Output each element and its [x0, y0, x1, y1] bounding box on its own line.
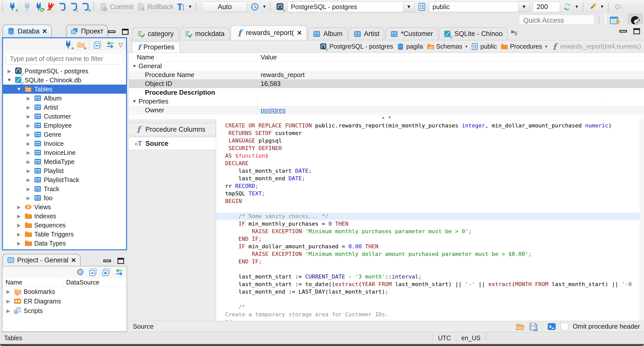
tree-item[interactable]: ▶Sequences	[3, 221, 126, 230]
expander-collapsed-icon[interactable]: ▶	[25, 123, 32, 128]
rollback-button[interactable]: Rollback	[147, 3, 174, 11]
tab-overflow[interactable]: »5	[511, 28, 517, 37]
expander-collapsed-icon[interactable]: ▶	[16, 231, 22, 237]
sql-editor-icon[interactable]	[58, 3, 66, 11]
editor-tab[interactable]: Album	[308, 27, 347, 40]
toolbar-drag-handle[interactable]	[93, 3, 95, 11]
commit-button[interactable]: Commit	[110, 3, 133, 11]
sash-down-icon[interactable]: ▼	[388, 115, 391, 119]
transaction-mode-icon[interactable]	[177, 3, 185, 11]
subtab-source[interactable]: ‹›TSource	[129, 137, 216, 150]
expander-collapsed-icon[interactable]: ▶	[16, 222, 22, 228]
disconnect-icon[interactable]	[46, 3, 55, 11]
expander-collapsed-icon[interactable]: ▶	[25, 114, 32, 119]
breadcrumb-item[interactable]: public	[471, 43, 497, 50]
editor-tab[interactable]: mockdata	[180, 27, 229, 40]
tab-properties[interactable]: f Properties	[132, 42, 180, 53]
expander-expanded-icon[interactable]: ▼	[16, 86, 22, 92]
property-row[interactable]: Procedure Namerewards_report	[129, 71, 644, 79]
new-sql-editor-icon[interactable]: →	[69, 3, 78, 11]
tree-item[interactable]: ▶Indexes	[3, 212, 126, 221]
toolbar-drag-handle[interactable]	[2, 3, 5, 11]
expander-collapsed-icon[interactable]: ▶	[25, 150, 32, 156]
chevron-down-icon[interactable]: ▼	[600, 4, 604, 9]
list-item[interactable]: ▶Scripts	[3, 306, 127, 316]
toolbar-drag-handle[interactable]	[608, 3, 610, 11]
chevron-down-icon[interactable]: ▾	[545, 44, 547, 49]
new-folder-icon[interactable]: +	[76, 41, 85, 49]
tree-item[interactable]: ▼✓SQLite - Chinook.db	[3, 76, 126, 85]
expander-collapsed-icon[interactable]: ▶	[25, 195, 32, 201]
maximize-icon[interactable]	[633, 28, 640, 34]
refresh-sync-icon[interactable]	[563, 3, 572, 11]
minimize-icon[interactable]	[619, 30, 627, 32]
editor-tab[interactable]: *Customer	[385, 27, 438, 40]
list-item[interactable]: ▶ER Diagrams	[3, 296, 127, 306]
tree-item[interactable]: ▶foo	[3, 193, 126, 202]
new-connection-icon[interactable]: +	[64, 41, 72, 49]
expander-collapsed-icon[interactable]: ▶	[5, 289, 12, 295]
auto-commit-button[interactable]: Auto	[202, 2, 248, 12]
subtab-procedure-columns[interactable]: fProcedure Columns	[129, 123, 216, 136]
column-name[interactable]: Name	[129, 53, 257, 61]
breadcrumb-item[interactable]: Procedures▾	[500, 43, 547, 50]
locale-indicator[interactable]: en_US	[456, 332, 486, 344]
column-datasource[interactable]: DataSource	[64, 278, 104, 287]
close-icon[interactable]: ✕	[71, 257, 76, 263]
split-sash[interactable]: ▲ ▼	[129, 115, 644, 119]
new-connection-icon[interactable]: +	[8, 3, 17, 11]
breadcrumb-item[interactable]: frewards_report(int4,numeric)	[551, 43, 641, 50]
expand-all-icon[interactable]	[102, 268, 110, 276]
expander-collapsed-icon[interactable]: ▶	[25, 168, 32, 174]
expander-collapsed-icon[interactable]: ▶	[25, 177, 32, 183]
toolbar-drag-handle[interactable]	[270, 3, 272, 11]
breadcrumb-item[interactable]: ✓PostgreSQL - postgres	[320, 43, 393, 50]
chevron-down-icon[interactable]: ▼	[188, 4, 192, 9]
maximize-icon[interactable]	[117, 258, 124, 264]
tree-item[interactable]: ▶Track	[3, 184, 126, 193]
scrollbar[interactable]	[640, 119, 644, 321]
minimize-icon[interactable]	[108, 30, 115, 33]
load-from-file-icon[interactable]	[515, 322, 524, 331]
tree-item[interactable]: ▶PlaylistTrack	[3, 175, 126, 184]
list-item[interactable]: ▶★Bookmarks	[3, 287, 127, 296]
expander-expanded-icon[interactable]: ▼	[6, 77, 13, 83]
close-icon[interactable]: ✕	[297, 29, 302, 37]
source-code-editor[interactable]: CREATE OR REPLACE FUNCTION public.reward…	[216, 119, 644, 321]
tree-item[interactable]: ▶Employee	[3, 121, 126, 130]
toolbar-drag-handle[interactable]	[582, 3, 585, 11]
tab-projects[interactable]: Проект	[66, 25, 108, 37]
tree-item[interactable]: ▶Table Triggers	[3, 230, 126, 239]
property-row[interactable]: Object ID16,583	[129, 79, 644, 88]
timezone-indicator[interactable]: UTC	[433, 332, 456, 344]
tree-item[interactable]: ▶Invoice	[3, 139, 126, 148]
expander-collapsed-icon[interactable]: ▶	[5, 298, 12, 304]
property-group-row[interactable]: ▼General	[129, 62, 644, 71]
link-with-editor-icon[interactable]	[115, 268, 124, 276]
tree-item[interactable]: ▶Artist	[3, 103, 126, 112]
tab-project-general[interactable]: Project - General ✕	[3, 254, 81, 266]
expander-collapsed-icon[interactable]: ▶	[16, 240, 22, 246]
column-value[interactable]: Value	[257, 53, 606, 61]
omit-procedure-header-checkbox[interactable]	[561, 323, 568, 330]
property-row[interactable]: Procedure Description	[129, 88, 644, 97]
expander-collapsed-icon[interactable]: ▶	[25, 159, 32, 165]
expander-collapsed-icon[interactable]: ▶	[25, 186, 32, 192]
chevron-down-icon[interactable]: ▾	[465, 44, 467, 49]
rollback-icon[interactable]	[136, 3, 145, 11]
tree-item[interactable]: ▶Data Types	[3, 239, 126, 248]
expander-collapsed-icon[interactable]: ▶	[25, 132, 32, 137]
tree-item[interactable]: ▶Customer	[3, 112, 126, 121]
breadcrumb-item[interactable]: Schemas▾	[427, 43, 467, 50]
expander-expanded-icon[interactable]: ▼	[132, 99, 137, 104]
schema-combo[interactable]: public ▼	[429, 2, 530, 12]
tree-item[interactable]: ▶Genre	[3, 130, 126, 139]
expander-collapsed-icon[interactable]: ▶	[16, 213, 22, 219]
chevron-down-icon[interactable]: ▼	[262, 4, 266, 9]
property-group-row[interactable]: ▼Properties	[129, 97, 644, 106]
chevron-down-icon[interactable]: ▼	[403, 2, 414, 12]
sash-up-icon[interactable]: ▲	[381, 115, 385, 119]
chevron-down-icon[interactable]: ▼	[575, 4, 579, 9]
tree-item[interactable]: ▶InvoiceLine	[3, 148, 126, 157]
editor-tab[interactable]: category	[132, 27, 179, 40]
